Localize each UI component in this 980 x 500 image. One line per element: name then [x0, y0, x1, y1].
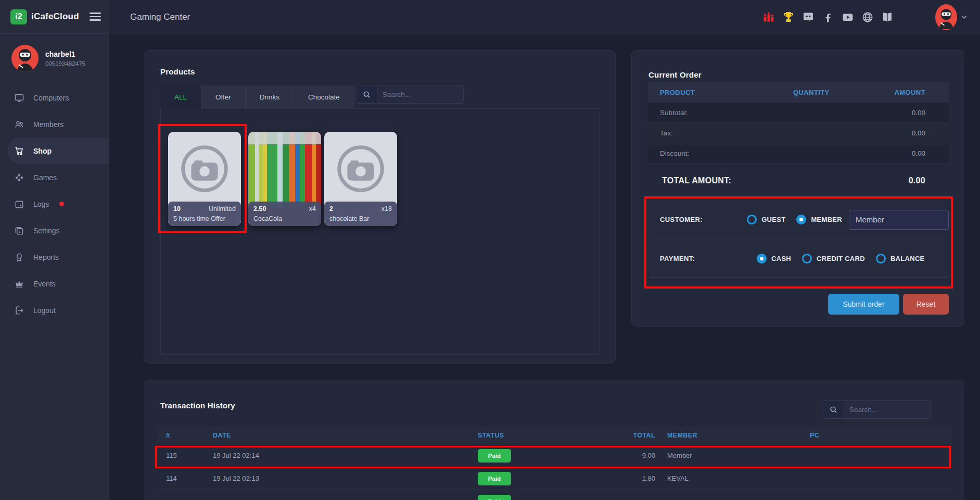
tax-row: Tax:0.00: [648, 123, 949, 143]
gamepad-icon: [14, 172, 24, 183]
facebook-icon[interactable]: [822, 11, 834, 23]
sidebar-item-games[interactable]: Games: [0, 164, 109, 191]
trophy-icon[interactable]: [782, 11, 795, 23]
sidebar-profile: charbel1 005193482475: [0, 34, 109, 84]
discount-row: Discount:0.00: [648, 143, 949, 164]
username: charbel1: [45, 50, 85, 58]
sidebar-item-reports[interactable]: Reports: [0, 244, 109, 270]
topbar: i2 iCafeCloud Gaming Center: [0, 0, 980, 34]
products-title: Products: [160, 67, 195, 76]
order-summary-rows: Subtotal:0.00 Tax:0.00 Discount:0.00: [648, 103, 949, 164]
user-avatar-menu[interactable]: [935, 4, 968, 30]
member-name-input[interactable]: [849, 210, 949, 230]
product-card-time-offer[interactable]: 10Unlimited 5 hours time Offer: [168, 132, 241, 226]
hamburger-menu-icon[interactable]: [90, 10, 101, 23]
sidebar-item-computers[interactable]: Computers: [0, 84, 109, 111]
radio-credit-card[interactable]: CREDIT CARD: [802, 254, 865, 264]
sidebar-item-settings[interactable]: Settings: [0, 217, 109, 244]
leaderboard-icon[interactable]: [762, 11, 775, 23]
sidebar-item-members[interactable]: Members: [0, 111, 109, 138]
layers-icon: [14, 226, 24, 236]
avatar: [935, 4, 957, 30]
logs-notification-dot: [59, 202, 64, 206]
reset-button[interactable]: Reset: [903, 294, 949, 315]
status-badge: Paid: [478, 495, 511, 500]
radio-cash[interactable]: CASH: [757, 254, 791, 264]
product-card-label: 2x18 chocolate Bar: [324, 202, 397, 226]
tab-drinks[interactable]: Drinks: [246, 85, 294, 109]
topbar-brand-zone: i2 iCafeCloud: [0, 0, 109, 34]
medal-icon: [14, 252, 24, 262]
customer-radio-group: GUEST MEMBER: [747, 215, 842, 224]
radio-circle: [796, 215, 806, 224]
radio-balance[interactable]: BALANCE: [876, 254, 925, 264]
table-row[interactable]: Paid: [157, 490, 951, 500]
status-badge: Paid: [478, 449, 511, 463]
sidebar-item-events[interactable]: Events: [0, 270, 109, 297]
chevron-down-icon: [961, 14, 968, 20]
transactions-table-header: # DATE STATUS TOTAL MEMBER PC: [157, 427, 951, 444]
transactions-rows: 115 19 Jul 22 02:14 Paid 9.00 Member 114…: [157, 444, 951, 500]
radio-circle: [757, 254, 767, 264]
sidebar-menu: Computers Members Shop Games Logs Settin…: [0, 84, 109, 323]
discord-icon[interactable]: [802, 11, 814, 23]
subtotal-row: Subtotal:0.00: [648, 103, 949, 123]
transaction-history-panel: Transaction History # DATE STATUS TOTAL …: [144, 380, 964, 500]
current-order-title: Current Order: [648, 70, 702, 79]
products-tabs: ALL Offer Drinks Chocolate: [160, 85, 354, 109]
radio-circle: [747, 215, 757, 224]
sidebar-item-shop[interactable]: Shop: [7, 138, 109, 164]
transactions-search: [823, 400, 931, 419]
order-actions: Submit order Reset: [828, 294, 949, 315]
radio-guest[interactable]: GUEST: [747, 215, 785, 224]
product-card-label: 2.50x4 CocaCola: [248, 202, 321, 226]
current-order-panel: Current Order PRODUCT QUANTITY AMOUNT Su…: [631, 50, 964, 327]
transactions-search-input[interactable]: [844, 401, 930, 418]
user-id: 005193482475: [45, 60, 85, 67]
tab-chocolate[interactable]: Chocolate: [294, 85, 354, 109]
topbar-icons: [762, 11, 894, 23]
search-icon: [823, 401, 844, 418]
brand-logo[interactable]: i2 iCafeCloud: [10, 9, 79, 24]
customer-label: CUSTOMER:: [660, 216, 728, 223]
radio-member[interactable]: MEMBER: [796, 215, 842, 224]
avatar: [11, 45, 39, 72]
total-amount-row: TOTAL AMOUNT: 0.00: [648, 167, 949, 194]
search-icon: [357, 85, 377, 103]
payment-row: PAYMENT: CASH CREDIT CARD BALANCE: [648, 240, 949, 278]
tab-all[interactable]: ALL: [160, 85, 201, 109]
page-title: Gaming Center: [130, 12, 190, 22]
logout-icon: [14, 305, 24, 316]
cart-icon: [14, 146, 24, 156]
table-row[interactable]: 114 19 Jul 22 02:13 Paid 1.80 KEVAL: [157, 467, 951, 490]
product-card-cocacola[interactable]: 2.50x4 CocaCola: [248, 132, 321, 226]
payment-label: PAYMENT:: [660, 255, 738, 262]
radio-circle: [802, 254, 812, 264]
users-icon: [14, 119, 24, 130]
transaction-history-title: Transaction History: [160, 401, 235, 410]
order-table-header: PRODUCT QUANTITY AMOUNT: [648, 82, 949, 103]
payment-radio-group: CASH CREDIT CARD BALANCE: [757, 254, 925, 264]
radio-circle: [876, 254, 886, 264]
total-amount-value: 0.00: [909, 176, 925, 185]
sidebar-item-logout[interactable]: Logout: [0, 297, 109, 323]
calendar-icon: [14, 199, 24, 209]
crown-icon: [14, 279, 24, 289]
globe-icon[interactable]: [861, 11, 874, 23]
guide-book-icon[interactable]: [881, 11, 894, 23]
products-search-input[interactable]: [377, 85, 463, 103]
product-card-chocolate-bar[interactable]: 2x18 chocolate Bar: [324, 132, 397, 226]
status-badge: Paid: [478, 472, 511, 485]
sidebar: charbel1 005193482475 Computers Members …: [0, 34, 109, 500]
products-panel: Products ALL Offer Drinks Chocolate 10Un…: [144, 50, 616, 364]
tab-offer[interactable]: Offer: [201, 85, 246, 109]
main-content: Products ALL Offer Drinks Chocolate 10Un…: [109, 34, 980, 500]
product-card-label: 10Unlimited 5 hours time Offer: [168, 202, 241, 226]
submit-order-button[interactable]: Submit order: [828, 294, 899, 315]
table-row[interactable]: 115 19 Jul 22 02:14 Paid 9.00 Member: [157, 444, 951, 467]
brand-name: iCafeCloud: [31, 11, 79, 22]
customer-payment-section: CUSTOMER: GUEST MEMBER PAYMENT:: [648, 199, 949, 278]
monitor-icon: [14, 93, 24, 103]
sidebar-item-logs[interactable]: Logs: [0, 191, 109, 217]
youtube-icon[interactable]: [842, 11, 854, 23]
